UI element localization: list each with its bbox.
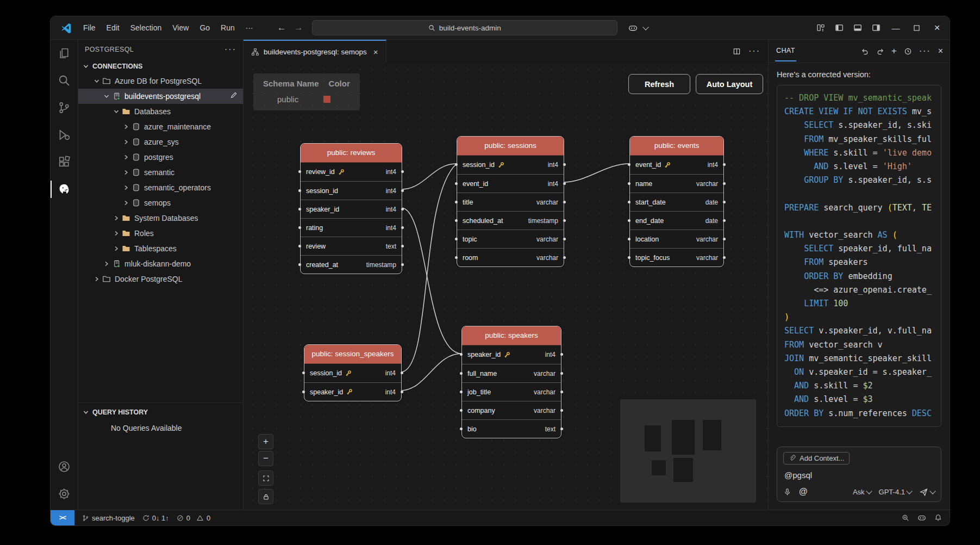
entity-column-speaker_id[interactable]: speaker_idint4 xyxy=(304,382,401,401)
auto-layout-button[interactable]: Auto Layout xyxy=(696,74,763,94)
tab-close-icon[interactable]: × xyxy=(373,47,378,57)
chevron-right-icon[interactable] xyxy=(112,246,121,251)
entity-column-location[interactable]: locationvarchar xyxy=(630,230,723,248)
entity-column-session_id[interactable]: session_idint4 xyxy=(457,156,564,174)
zoom-out-button[interactable]: − xyxy=(258,451,273,466)
sidebar-item-azure-db-for-postgresql[interactable]: Azure DB for PostgreSQL xyxy=(78,73,243,89)
account-icon[interactable] xyxy=(51,453,78,480)
zoom-status-icon[interactable] xyxy=(902,514,909,522)
sync-status-item[interactable]: 0↓ 1↑ xyxy=(142,514,169,522)
sidebar-item-mluk-diskann-demo[interactable]: mluk-diskann-demo xyxy=(78,256,243,271)
mic-icon[interactable] xyxy=(783,488,791,496)
mention-icon[interactable]: @ xyxy=(799,487,808,497)
source-control-icon[interactable] xyxy=(51,94,78,121)
menu-more[interactable]: ··· xyxy=(240,21,259,35)
entity-table-title[interactable]: public: reviews xyxy=(301,144,402,163)
sidebar-item-azure-maintenance[interactable]: azure_maintenance xyxy=(78,119,243,134)
entity-column-job_title[interactable]: job_titlevarchar xyxy=(462,382,561,401)
sidebar-more-icon[interactable]: ··· xyxy=(224,45,236,54)
sidebar-item-roles[interactable]: Roles xyxy=(78,226,243,241)
mode-picker[interactable]: Ask xyxy=(853,488,871,496)
chevron-down-icon[interactable] xyxy=(112,109,121,114)
forward-arrow-icon[interactable]: → xyxy=(294,22,303,33)
entity-column-event_id[interactable]: event_idint4 xyxy=(630,156,723,174)
refresh-button[interactable]: Refresh xyxy=(628,74,690,94)
back-arrow-icon[interactable]: ← xyxy=(277,22,286,33)
search-view-icon[interactable] xyxy=(51,67,78,94)
entity-column-topic_focus[interactable]: topic_focusvarchar xyxy=(630,248,723,267)
entity-table-sessions[interactable]: public: sessionssession_idint4event_idin… xyxy=(457,136,564,267)
sidebar-item-azure-sys[interactable]: azure_sys xyxy=(78,134,243,150)
new-chat-icon[interactable]: + xyxy=(891,46,897,57)
entity-column-full_name[interactable]: full_namevarchar xyxy=(462,364,561,382)
maximize-icon[interactable] xyxy=(907,20,926,36)
chevron-right-icon[interactable] xyxy=(122,200,130,206)
entity-column-review[interactable]: reviewtext xyxy=(301,237,402,255)
chat-input-value[interactable]: @pgsql xyxy=(784,470,934,480)
extensions-icon[interactable] xyxy=(51,148,78,176)
query-history-header[interactable]: QUERY HISTORY xyxy=(78,405,243,419)
chevron-right-icon[interactable] xyxy=(122,124,130,129)
toggle-sidebar-icon[interactable] xyxy=(831,20,847,35)
entity-column-company[interactable]: companyvarchar xyxy=(462,401,561,419)
entity-table-title[interactable]: public: session_speakers xyxy=(304,345,401,364)
chevron-right-icon[interactable] xyxy=(122,170,130,175)
command-center-search[interactable]: build-events-admin xyxy=(312,20,617,35)
entity-table-title[interactable]: public: events xyxy=(630,137,723,156)
menu-run[interactable]: Run xyxy=(215,21,240,35)
chat-input-box[interactable]: Add Context... @pgsql @ Ask GPT-4.1 xyxy=(777,447,941,502)
sidebar-item-semantic[interactable]: semantic xyxy=(78,165,243,180)
copilot-status-icon[interactable] xyxy=(917,513,926,522)
entity-table-events[interactable]: public: eventsevent_idint4namevarcharsta… xyxy=(629,136,724,267)
entity-column-speaker_id[interactable]: speaker_idint4 xyxy=(462,345,561,364)
history-icon[interactable] xyxy=(904,47,912,55)
menu-go[interactable]: Go xyxy=(194,21,215,35)
zoom-in-button[interactable]: + xyxy=(258,434,273,449)
sidebar-item-buildevents-postgresql[interactable]: buildevents-postgresql xyxy=(78,89,243,104)
entity-column-session_id[interactable]: session_idint4 xyxy=(304,364,401,382)
entity-table-speakers[interactable]: public: speakersspeaker_idint4full_namev… xyxy=(461,326,561,438)
sidebar-item-tablespaces[interactable]: Tablespaces xyxy=(78,241,243,256)
editor-more-icon[interactable]: ··· xyxy=(748,46,760,56)
postgresql-elephant-icon[interactable] xyxy=(51,176,78,203)
branch-status-item[interactable]: search-toggle xyxy=(82,514,135,522)
problems-status-item[interactable]: 0 0 xyxy=(177,514,210,522)
entity-table-title[interactable]: public: sessions xyxy=(457,137,564,156)
minimap[interactable] xyxy=(620,399,756,503)
minimize-icon[interactable]: — xyxy=(887,20,905,36)
entity-table-session_speakers[interactable]: public: session_speakerssession_idint4sp… xyxy=(304,344,402,401)
sidebar-item-semantic-operators[interactable]: semantic_operators xyxy=(78,180,243,195)
chevron-right-icon[interactable] xyxy=(122,139,130,145)
close-window-icon[interactable]: × xyxy=(928,20,946,36)
entity-column-name[interactable]: namevarchar xyxy=(630,174,723,193)
entity-column-room[interactable]: roomvarchar xyxy=(457,248,564,267)
run-and-debug-icon[interactable] xyxy=(51,121,78,148)
legend-color-swatch[interactable] xyxy=(323,96,330,103)
copilot-chevron-icon[interactable] xyxy=(642,24,648,30)
entity-column-event_id[interactable]: event_idint4 xyxy=(457,174,564,193)
chevron-right-icon[interactable] xyxy=(92,276,101,282)
entity-column-created_at[interactable]: created_attimestamp xyxy=(301,255,402,274)
files-icon[interactable] xyxy=(51,40,78,67)
edit-pencil-icon[interactable] xyxy=(230,91,238,99)
customize-layout-icon[interactable] xyxy=(813,20,829,35)
split-editor-icon[interactable] xyxy=(733,47,741,55)
entity-column-start_date[interactable]: start_datedate xyxy=(630,193,723,211)
menu-selection[interactable]: Selection xyxy=(125,21,167,35)
chat-more-icon[interactable]: ··· xyxy=(919,46,931,56)
menu-file[interactable]: File xyxy=(78,21,101,35)
chevron-down-icon[interactable] xyxy=(92,78,101,84)
sidebar-item-system-databases[interactable]: System Databases xyxy=(78,210,243,226)
sidebar-item-docker-postgresql[interactable]: Docker PostgreSQL xyxy=(78,271,243,287)
sql-code-block[interactable]: -- DROP VIEW mv_semantic_speakCREATE VIE… xyxy=(777,85,941,427)
model-picker[interactable]: GPT-4.1 xyxy=(879,488,912,496)
send-button[interactable] xyxy=(919,487,935,497)
sidebar-item-semops[interactable]: semops xyxy=(78,195,243,210)
chevron-right-icon[interactable] xyxy=(122,185,130,190)
chevron-right-icon[interactable] xyxy=(112,215,121,221)
entity-column-topic[interactable]: topicvarchar xyxy=(457,230,564,248)
chevron-right-icon[interactable] xyxy=(102,261,111,267)
entity-column-speaker_id[interactable]: speaker_idint4 xyxy=(301,200,402,218)
tab-chat[interactable]: CHAT xyxy=(775,41,796,61)
copilot-icon[interactable] xyxy=(625,20,641,35)
